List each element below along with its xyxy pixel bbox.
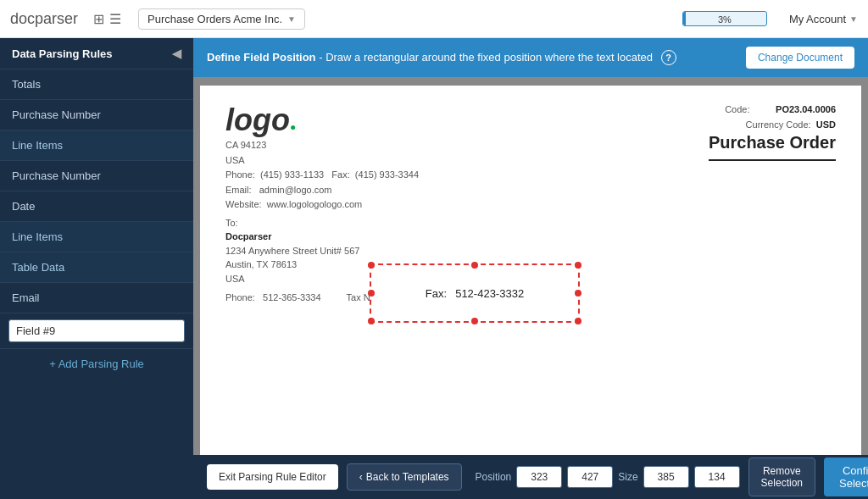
logo-dot: ●	[290, 121, 296, 133]
menu-icon[interactable]: ☰	[109, 11, 121, 27]
back-to-templates-button[interactable]: ‹ Back to Templates	[347, 463, 462, 491]
define-field-instruction: Define Field Position - Draw a rectangul…	[207, 50, 676, 65]
main-area: Data Parsing Rules ◀ Totals Purchase Num…	[0, 38, 868, 499]
document-area: logo● CA 94123 USA Phone: (415) 933-1133…	[193, 77, 868, 455]
sidebar-item-label: Purchase Number	[12, 169, 101, 182]
add-parsing-rule-button[interactable]: + Add Parsing Rule	[0, 349, 193, 379]
app-logo: docparser	[10, 10, 78, 28]
sidebar-item-label: Date	[12, 200, 35, 213]
progress-container: 3%	[682, 11, 767, 26]
exit-parsing-rule-button[interactable]: Exit Parsing Rule Editor	[207, 464, 338, 490]
document-selector[interactable]: Purchase Orders Acme Inc. ▼	[138, 8, 305, 30]
sidebar-item-email[interactable]: Email	[0, 283, 193, 313]
confirm-selection-button[interactable]: Confirm Selection	[824, 457, 868, 496]
sidebar-item-purchase-number-1[interactable]: Purchase Number	[0, 100, 193, 130]
handle-top-left[interactable]	[368, 262, 375, 269]
sidebar-item-purchase-number-2[interactable]: Purchase Number	[0, 161, 193, 191]
chevron-down-icon: ▼	[287, 14, 296, 24]
back-chevron-icon: ‹	[359, 471, 363, 483]
purchase-order-title: Purchase Order	[709, 129, 836, 161]
selection-fax-label: Fax:	[426, 287, 447, 300]
sidebar-collapse-icon[interactable]: ◀	[172, 47, 181, 60]
position-y-input[interactable]	[567, 466, 613, 488]
to-addr-1: 1234 Anywhere Street Unit# 567	[225, 244, 836, 258]
sidebar-item-field9[interactable]	[0, 313, 193, 349]
handle-right-mid[interactable]	[575, 290, 581, 297]
define-field-label-bold: Define Field Position	[207, 51, 316, 64]
add-parsing-rule-label: + Add Parsing Rule	[49, 358, 144, 370]
topbar: docparser ⊞ ☰ Purchase Orders Acme Inc. …	[0, 0, 868, 38]
bottom-bar: Exit Parsing Rule Editor ‹ Back to Templ…	[193, 455, 868, 499]
sidebar-item-date[interactable]: Date	[0, 191, 193, 222]
sidebar-title: Data Parsing Rules	[12, 47, 113, 60]
size-w-input[interactable]	[643, 466, 689, 488]
handle-top-mid[interactable]	[471, 262, 478, 269]
doc-address: CA 94123 USA Phone: (415) 933-1133 Fax: …	[225, 138, 419, 213]
logo-parser: parser	[35, 10, 78, 27]
doc-header: logo● CA 94123 USA Phone: (415) 933-1133…	[225, 103, 836, 213]
document-content: logo● CA 94123 USA Phone: (415) 933-1133…	[200, 86, 861, 455]
handle-bottom-right[interactable]	[575, 318, 581, 324]
sidebar: Data Parsing Rules ◀ Totals Purchase Num…	[0, 38, 193, 499]
size-label: Size	[618, 471, 637, 483]
logo-doc: doc	[10, 10, 35, 27]
sidebar-item-line-items-1[interactable]: Line Items	[0, 130, 193, 161]
sidebar-item-label: Purchase Number	[12, 108, 101, 121]
address-line-5: Website: www.logologologo.com	[225, 197, 419, 213]
address-line-3: Phone: (415) 933-1133 Fax: (415) 933-334…	[225, 168, 419, 183]
change-document-button[interactable]: Change Document	[746, 47, 854, 69]
my-account-menu[interactable]: My Account ▼	[789, 13, 858, 25]
position-x-input[interactable]	[516, 466, 562, 488]
sidebar-item-label: Totals	[12, 78, 41, 91]
grid-icon[interactable]: ⊞	[93, 11, 104, 27]
back-to-templates-label: Back to Templates	[366, 471, 449, 483]
logo-image: logo●	[225, 103, 419, 138]
sidebar-item-table-data[interactable]: Table Data	[0, 252, 193, 283]
selection-box[interactable]: Fax: 512-423-3332	[370, 263, 580, 323]
to-name: Docparser	[225, 231, 271, 241]
my-account-label: My Account	[789, 13, 846, 25]
doc-selector-label: Purchase Orders Acme Inc.	[147, 13, 282, 25]
sidebar-item-label: Line Items	[12, 230, 63, 243]
sidebar-item-label: Table Data	[12, 261, 64, 274]
define-field-label-rest: - Draw a rectangular around the fixed po…	[319, 51, 653, 64]
progress-label: 3%	[683, 12, 766, 26]
field9-input[interactable]	[8, 319, 185, 342]
code-row: Code: PO23.04.0006	[709, 103, 836, 118]
to-label: To:	[225, 216, 836, 230]
handle-bottom-mid[interactable]	[471, 318, 478, 324]
sidebar-header: Data Parsing Rules ◀	[0, 38, 193, 69]
address-line-4: Email: admin@logo.com	[225, 183, 419, 198]
remove-selection-button[interactable]: Remove Selection	[748, 457, 815, 496]
position-label: Position	[476, 471, 512, 483]
sidebar-item-label: Line Items	[12, 139, 63, 152]
progress-bar: 3%	[682, 11, 767, 26]
handle-left-mid[interactable]	[368, 290, 375, 297]
doc-logo: logo● CA 94123 USA Phone: (415) 933-1133…	[225, 103, 419, 213]
sidebar-item-label: Email	[12, 291, 40, 304]
sidebar-item-totals[interactable]: Totals	[0, 69, 193, 100]
position-size-area: Position Size	[476, 466, 740, 488]
selection-fax-value: 512-423-3332	[455, 287, 524, 300]
handle-top-right[interactable]	[575, 262, 581, 269]
handle-bottom-left[interactable]	[368, 318, 375, 324]
address-line-2: USA	[225, 153, 419, 169]
currency-value: USD	[816, 119, 836, 130]
help-icon[interactable]: ?	[661, 50, 676, 65]
sidebar-item-line-items-2[interactable]: Line Items	[0, 222, 193, 252]
doc-codes: Code: PO23.04.0006 Currency Code: USD Pu…	[709, 103, 836, 213]
phone-label: Phone: 512-365-3334	[225, 292, 321, 302]
size-h-input[interactable]	[694, 466, 740, 488]
account-chevron-icon: ▼	[849, 14, 858, 24]
address-line-1: CA 94123	[225, 138, 419, 153]
define-field-bar: Define Field Position - Draw a rectangul…	[193, 38, 868, 77]
topbar-icons: ⊞ ☰	[93, 11, 121, 27]
right-area: Define Field Position - Draw a rectangul…	[193, 38, 868, 499]
code-value: PO23.04.0006	[776, 104, 836, 114]
